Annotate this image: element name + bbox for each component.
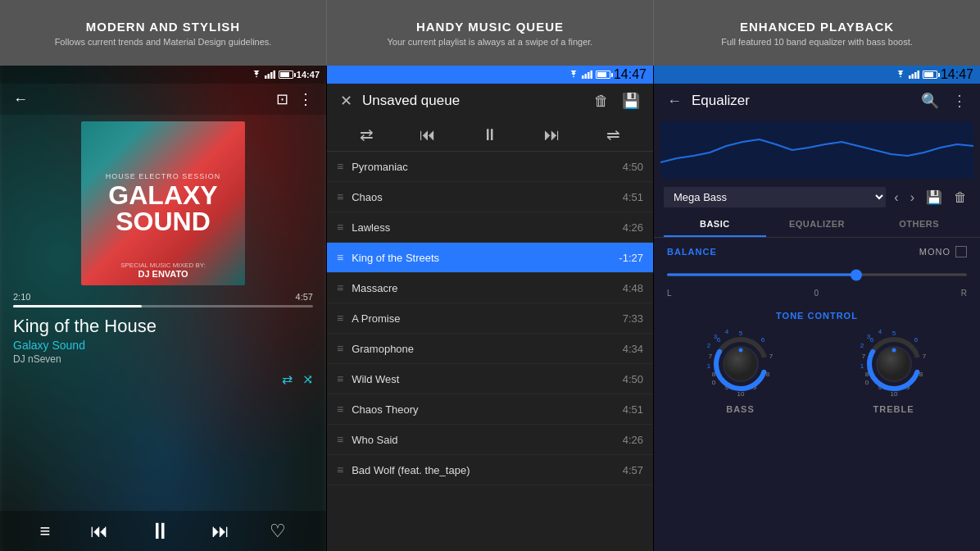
queue-delete-button[interactable]: 🗑: [591, 91, 612, 112]
bass-knob-container: 5 6 7 8 9 10 9 8 7 6 4 3 2: [704, 327, 778, 414]
eq-visualizer: // drawn statically below: [660, 121, 973, 179]
balance-labels: L 0 R: [667, 289, 967, 298]
balance-slider[interactable]: [667, 262, 967, 287]
svg-text:2: 2: [860, 342, 864, 349]
svg-text:6: 6: [914, 336, 918, 344]
queue-item-7[interactable]: ≡ Wild West 4:50: [327, 364, 653, 394]
top-toolbar-1: ← ⊡ ⋮: [0, 84, 326, 115]
eq-preset-select[interactable]: Mega Bass: [664, 187, 886, 207]
drag-handle-10: ≡: [337, 463, 343, 476]
queue-item-duration-6: 4:34: [623, 343, 643, 355]
drag-handle-0: ≡: [337, 160, 343, 173]
album-art: HOUSE ELECTRO SESSION GALAXY SOUND SPECI…: [81, 121, 245, 285]
repeat-toggle[interactable]: ⇄: [282, 371, 293, 387]
queue-shuffle-btn[interactable]: ⇌: [606, 125, 620, 144]
queue-item-duration-1: 4:51: [623, 191, 643, 203]
album-art-text: HOUSE ELECTRO SESSION GALAXY SOUND SPECI…: [81, 121, 245, 285]
song-info: King of the House Galaxy Sound DJ nSeven: [0, 307, 326, 368]
eq-prev-preset[interactable]: ‹: [891, 189, 901, 207]
drag-handle-6: ≡: [337, 342, 343, 355]
svg-text:1: 1: [706, 362, 710, 370]
mono-checkbox[interactable]: [955, 246, 967, 257]
main-controls: ≡ ⏮ ⏸ ⏭ ♡: [0, 511, 326, 551]
signal-icon-3: [909, 71, 920, 79]
close-button-queue[interactable]: ✕: [337, 90, 356, 112]
treble-knob[interactable]: 5 6 7 8 9 10 9 8 7 6 4 3 2: [857, 327, 931, 401]
wifi-icon-3: [895, 71, 906, 79]
promo-subtitle-2: Full featured 10 band equalizer with bas…: [721, 37, 913, 47]
queue-next-btn[interactable]: ⏭: [544, 125, 560, 144]
svg-text:8: 8: [765, 371, 769, 378]
queue-item-name-3: King of the Streets: [352, 252, 619, 264]
eq-save-preset[interactable]: 💾: [923, 188, 946, 207]
bass-knob[interactable]: 5 6 7 8 9 10 9 8 7 6 4 3 2: [704, 327, 778, 401]
drag-handle-9: ≡: [337, 433, 343, 446]
queue-item-duration-4: 4:48: [623, 282, 643, 294]
wifi-icon: [251, 71, 262, 79]
queue-item-1[interactable]: ≡ Chaos 4:51: [327, 182, 653, 212]
queue-button[interactable]: ≡: [40, 521, 51, 542]
back-button-1[interactable]: ←: [8, 89, 33, 110]
queue-item-6[interactable]: ≡ Gramophone 4:34: [327, 334, 653, 364]
favorite-button[interactable]: ♡: [270, 521, 286, 542]
search-button-eq[interactable]: 🔍: [918, 90, 942, 112]
song-title: King of the House: [13, 316, 313, 337]
queue-item-name-7: Wild West: [352, 373, 623, 385]
treble-label: TREBLE: [873, 404, 914, 414]
queue-item-8[interactable]: ≡ Chaos Theory 4:51: [327, 394, 653, 425]
status-icons-3: [895, 71, 937, 79]
queue-prev-btn[interactable]: ⏮: [420, 125, 436, 144]
queue-item-9[interactable]: ≡ Who Said 4:26: [327, 425, 653, 455]
queue-repeat-btn[interactable]: ⇄: [360, 125, 374, 144]
eq-delete-preset[interactable]: 🗑: [951, 189, 970, 207]
status-time-1: 14:47: [297, 70, 320, 80]
tab-basic[interactable]: BASIC: [664, 212, 766, 237]
svg-text:5: 5: [738, 330, 742, 337]
now-playing-panel: 14:47 ← ⊡ ⋮ HOUSE ELECTRO SESSION GALAXY…: [0, 66, 326, 551]
more-button-1[interactable]: ⋮: [293, 89, 318, 110]
queue-item-2[interactable]: ≡ Lawless 4:26: [327, 212, 653, 243]
queue-item-5[interactable]: ≡ A Promise 7:33: [327, 303, 653, 334]
tab-equalizer[interactable]: EQUALIZER: [766, 212, 869, 237]
queue-item-0[interactable]: ≡ Pyromaniac 4:50: [327, 152, 653, 182]
promo-section-2: ENHANCED PLAYBACK Full featured 10 band …: [654, 0, 980, 66]
eq-next-preset[interactable]: ›: [907, 189, 918, 207]
promo-subtitle-0: Follows current trends and Material Desi…: [55, 37, 272, 47]
battery-icon-2: [596, 71, 610, 79]
svg-text:5: 5: [892, 330, 896, 337]
eq-tabs: BASIC EQUALIZER OTHERS: [654, 212, 980, 238]
svg-text:7: 7: [769, 353, 773, 360]
queue-item-4[interactable]: ≡ Massacre 4:48: [327, 273, 653, 303]
screens-row: 14:47 ← ⊡ ⋮ HOUSE ELECTRO SESSION GALAXY…: [0, 66, 980, 551]
song-artist: DJ nSeven: [13, 353, 313, 365]
queue-item-name-0: Pyromaniac: [352, 161, 623, 173]
queue-play-btn[interactable]: ⏸: [482, 125, 498, 144]
prev-button[interactable]: ⏮: [90, 521, 108, 542]
progress-bar[interactable]: [0, 305, 326, 307]
queue-item-duration-5: 7:33: [623, 312, 643, 325]
tab-others[interactable]: OTHERS: [868, 212, 970, 237]
back-button-eq[interactable]: ←: [664, 91, 685, 112]
queue-item-name-2: Lawless: [352, 221, 623, 234]
queue-save-button[interactable]: 💾: [619, 90, 643, 112]
svg-text:6: 6: [760, 336, 764, 344]
svg-text:3: 3: [866, 333, 870, 340]
svg-rect-0: [265, 75, 267, 79]
drag-handle-5: ≡: [337, 312, 343, 325]
svg-rect-3: [273, 71, 275, 79]
next-button[interactable]: ⏭: [211, 521, 229, 542]
queue-list: ≡ Pyromaniac 4:50 ≡ Chaos 4:51 ≡ Lawless…: [327, 152, 653, 551]
queue-item-name-9: Who Said: [352, 434, 623, 446]
promo-subtitle-1: Your current playlist is always at a swi…: [388, 37, 593, 47]
more-button-eq[interactable]: ⋮: [949, 90, 970, 112]
queue-item-10[interactable]: ≡ Bad Wolf (feat. the_tape) 4:57: [327, 455, 653, 485]
shuffle-toggle[interactable]: ⤨: [302, 371, 313, 387]
queue-item-3[interactable]: ≡ King of the Streets -1:27: [327, 243, 653, 273]
svg-text:10: 10: [737, 390, 744, 398]
drag-handle-4: ≡: [337, 281, 343, 294]
play-pause-button[interactable]: ⏸: [148, 517, 171, 544]
cast-button[interactable]: ⊡: [271, 89, 293, 110]
eq-toolbar: ← Equalizer 🔍 ⋮: [654, 84, 980, 118]
queue-item-duration-2: 4:26: [623, 221, 643, 234]
status-icons-2: [568, 71, 610, 79]
